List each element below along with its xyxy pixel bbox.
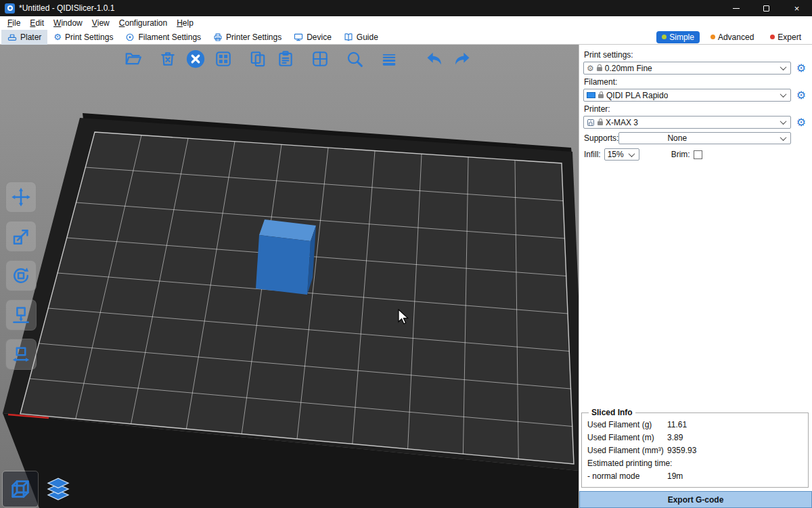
search-button[interactable] bbox=[343, 47, 366, 70]
variable-layer-height-button[interactable] bbox=[378, 47, 401, 70]
redo-button[interactable] bbox=[451, 47, 474, 70]
mode-switch: Simple Advanced Expert bbox=[656, 31, 807, 43]
split-icon bbox=[311, 50, 329, 68]
open-button[interactable] bbox=[122, 47, 145, 70]
minimize-button[interactable] bbox=[721, 0, 751, 16]
maximize-icon bbox=[763, 5, 769, 12]
printer-gear-button[interactable]: ⚙ bbox=[794, 117, 808, 128]
export-gcode-button[interactable]: Export G-code bbox=[579, 491, 812, 508]
supports-label: Supports: bbox=[584, 133, 615, 143]
delete-all-button[interactable] bbox=[184, 47, 207, 70]
move-button[interactable] bbox=[5, 182, 37, 213]
chevron-down-icon bbox=[780, 118, 787, 125]
supports-select[interactable]: None bbox=[618, 132, 791, 144]
lock-icon bbox=[598, 94, 604, 98]
maximize-button[interactable] bbox=[751, 0, 782, 16]
redo-icon bbox=[453, 49, 472, 68]
3d-view-button[interactable] bbox=[3, 471, 38, 507]
scale-icon bbox=[11, 226, 31, 247]
sliced-info-row: Estimated printing time: bbox=[587, 457, 803, 470]
paste-icon bbox=[277, 50, 294, 68]
tab-filament-settings[interactable]: Filament Settings bbox=[119, 30, 207, 45]
tabbar: Plater ⚙ Print Settings Filament Setting… bbox=[0, 30, 812, 45]
app-icon bbox=[5, 3, 15, 14]
infill-label: Infill: bbox=[584, 150, 601, 159]
move-icon bbox=[11, 187, 31, 207]
mode-expert[interactable]: Expert bbox=[765, 31, 807, 43]
3d-viewport[interactable] bbox=[0, 45, 579, 508]
preset-gear-icon: ⚙ bbox=[587, 64, 594, 72]
delete-button[interactable] bbox=[156, 47, 179, 70]
filament-gear-button[interactable]: ⚙ bbox=[794, 90, 808, 101]
expert-dot-icon bbox=[770, 35, 775, 39]
rotate-button[interactable] bbox=[5, 260, 37, 291]
print-settings-gear-button[interactable]: ⚙ bbox=[794, 63, 808, 74]
sliced-info-row: Used Filament (g)11.61 bbox=[587, 419, 803, 431]
printer-label: Printer: bbox=[584, 104, 808, 114]
brim-checkbox[interactable] bbox=[694, 150, 702, 159]
device-icon bbox=[294, 33, 303, 42]
menu-view[interactable]: View bbox=[87, 16, 114, 30]
place-on-face-button[interactable] bbox=[5, 299, 37, 331]
menu-window[interactable]: Window bbox=[49, 16, 87, 30]
menubar: File Edit Window View Configuration Help bbox=[0, 16, 812, 30]
open-folder-icon bbox=[125, 50, 142, 68]
lock-icon bbox=[597, 67, 602, 71]
chevron-down-icon bbox=[780, 91, 787, 98]
filament-icon bbox=[125, 33, 135, 42]
scene-canvas[interactable] bbox=[0, 45, 579, 508]
printer-select[interactable]: X-MAX 3 bbox=[583, 116, 791, 129]
mode-simple[interactable]: Simple bbox=[656, 31, 700, 43]
measure-button[interactable] bbox=[5, 339, 37, 370]
sliced-info-row: Used Filament (m)3.89 bbox=[587, 431, 803, 444]
split-button[interactable] bbox=[309, 47, 332, 70]
lock-icon bbox=[597, 121, 603, 125]
view-switch bbox=[3, 471, 76, 507]
tab-device[interactable]: Device bbox=[288, 30, 338, 45]
infill-select[interactable]: 15% bbox=[604, 148, 639, 161]
close-button[interactable]: × bbox=[782, 0, 812, 16]
guide-icon bbox=[344, 33, 353, 42]
tab-print-settings[interactable]: ⚙ Print Settings bbox=[47, 30, 119, 45]
menu-help[interactable]: Help bbox=[172, 16, 198, 30]
chevron-down-icon bbox=[780, 134, 787, 141]
undo-button[interactable] bbox=[423, 47, 446, 70]
layers-icon bbox=[380, 50, 398, 68]
menu-edit[interactable]: Edit bbox=[25, 16, 49, 30]
3d-view-icon bbox=[9, 478, 32, 501]
rotate-icon bbox=[11, 266, 31, 286]
place-on-face-icon bbox=[11, 305, 31, 325]
copy-button[interactable] bbox=[246, 47, 269, 70]
printer-icon bbox=[213, 33, 223, 42]
viewport-toolbar bbox=[122, 47, 474, 70]
menu-file[interactable]: File bbox=[3, 16, 25, 30]
close-icon: × bbox=[794, 4, 800, 13]
scale-button[interactable] bbox=[5, 221, 37, 252]
model-cube[interactable] bbox=[256, 219, 316, 295]
titlebar: *Untitled - QIDISlicer-1.0.1 × bbox=[0, 0, 812, 16]
menu-configuration[interactable]: Configuration bbox=[114, 16, 172, 30]
copy-icon bbox=[249, 50, 267, 68]
sliced-info-panel: Sliced Info Used Filament (g)11.61 Used … bbox=[581, 408, 809, 488]
settings-sidebar: Print settings: ⚙ 0.20mm Fine ⚙ Filament… bbox=[579, 45, 812, 508]
layers-view-button[interactable] bbox=[41, 471, 76, 507]
cube-front-face bbox=[256, 235, 311, 295]
sliced-info-row: Used Filament (mm³)9359.93 bbox=[587, 444, 803, 457]
tab-plater[interactable]: Plater bbox=[1, 30, 47, 45]
arrange-button[interactable] bbox=[212, 47, 235, 70]
delete-all-icon bbox=[185, 49, 206, 69]
print-settings-select[interactable]: ⚙ 0.20mm Fine bbox=[583, 62, 791, 75]
search-icon bbox=[346, 50, 364, 68]
tab-guide[interactable]: Guide bbox=[338, 30, 384, 45]
chevron-down-icon bbox=[628, 150, 635, 157]
sliced-info-title: Sliced Info bbox=[589, 408, 635, 417]
advanced-dot-icon bbox=[710, 35, 715, 39]
print-settings-label: Print settings: bbox=[584, 50, 808, 60]
mode-advanced[interactable]: Advanced bbox=[705, 31, 759, 43]
chevron-down-icon bbox=[780, 64, 787, 70]
filament-select[interactable]: QIDI PLA Rapido bbox=[583, 89, 791, 102]
paste-button[interactable] bbox=[274, 47, 297, 70]
minimize-icon bbox=[733, 8, 740, 9]
gizmo-toolbar bbox=[5, 182, 37, 370]
tab-printer-settings[interactable]: Printer Settings bbox=[207, 30, 288, 45]
